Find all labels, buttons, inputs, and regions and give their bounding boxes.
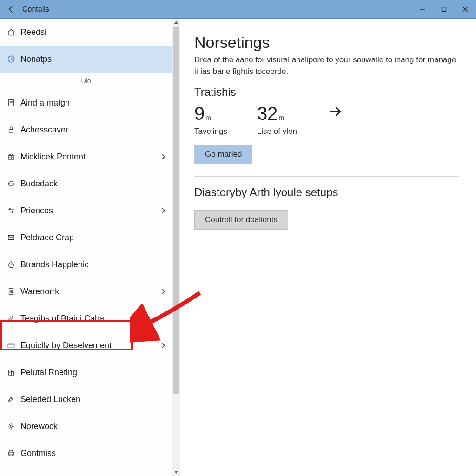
stat-arrow[interactable] [327, 103, 344, 120]
stat-label: Lise of ylen [257, 127, 297, 136]
titlebar: Contails [0, 0, 476, 19]
minimize-button[interactable] [412, 0, 433, 19]
section-2-title: Diastoryby Arth lyoule setups [194, 186, 459, 199]
scroll-thumb[interactable] [173, 27, 179, 394]
sidebar-item-pelutal-rneting[interactable]: Pelutal Rneting [0, 359, 172, 386]
printer-icon [5, 449, 18, 457]
scroll-down-icon[interactable] [172, 469, 180, 476]
svg-point-25 [12, 291, 13, 292]
sidebar-item-label: Aind a matgn [20, 98, 70, 108]
svg-point-28 [12, 293, 13, 293]
gift-icon [5, 152, 18, 161]
sidebar-item-teagibs-of-btaini-caba[interactable]: Teagibs of Btaini Caba [0, 305, 172, 332]
sidebar-item-label: Norewock [20, 422, 58, 431]
sidebar-item-equiclly-by-deselvement[interactable]: Equiclly by Deselvement [0, 332, 172, 359]
sidebar-nav: Reedsi Nonatps Dio Aind a matgn Aches [0, 19, 172, 467]
sidebar-item-label: Teagibs of Btaini Caba [20, 314, 104, 324]
coutrell-for-dealionts-button[interactable]: Coutrell for dealionts [194, 210, 288, 230]
maximize-button[interactable] [433, 0, 455, 19]
svg-rect-1 [442, 7, 446, 11]
chevron-right-icon [161, 342, 165, 349]
lock-icon [5, 126, 18, 134]
sidebar-item-label: Btrands Happlenic [20, 260, 89, 270]
stat-value: 32 [257, 103, 278, 124]
svg-rect-36 [9, 452, 14, 455]
svg-rect-32 [11, 372, 13, 376]
sidebar-item-label: Pelutal Rneting [20, 368, 77, 377]
stat-unit: m [205, 114, 211, 121]
sidebar-item-label: Achesscaver [20, 125, 68, 135]
sidebar-item-nonatps[interactable]: Nonatps [0, 46, 172, 73]
chevron-right-icon [161, 288, 165, 295]
stat-unit: m [278, 114, 284, 121]
go-maried-button[interactable]: Go maried [194, 145, 252, 164]
clock-icon [5, 54, 18, 64]
stat-tavelings: 9m Tavelings [194, 103, 227, 136]
card-icon [5, 341, 18, 350]
chevron-right-icon [161, 207, 165, 214]
svg-point-27 [11, 293, 12, 293]
sidebar-item-label: Warenorrk [20, 287, 59, 297]
home-icon [5, 27, 18, 37]
svg-rect-31 [9, 370, 11, 376]
stat-lise-of-ylen: 32m Lise of ylen [257, 103, 297, 136]
svg-point-14 [9, 209, 11, 210]
document-icon [5, 99, 18, 107]
back-button[interactable] [3, 1, 20, 18]
sidebar-item-label: Equiclly by Deselvement [20, 341, 112, 350]
sidebar-item-label: Gontmiss [20, 449, 56, 458]
page-heading: Norsetings [194, 33, 459, 52]
sidebar-item-warenorrk[interactable]: Warenorrk [0, 278, 172, 305]
stat-label: Tavelings [194, 127, 227, 136]
svg-rect-37 [10, 450, 13, 452]
svg-point-24 [11, 291, 12, 292]
sliders-icon [5, 206, 18, 215]
wrench-icon [5, 395, 18, 403]
sidebar-item-label: Micklicek Pontent [20, 152, 86, 162]
svg-point-35 [10, 425, 13, 428]
sidebar-item-label: Seleded Lucken [20, 395, 80, 404]
sidebar: Reedsi Nonatps Dio Aind a matgn Aches [0, 19, 180, 476]
stat-value: 9 [194, 103, 205, 124]
sidebar-item-label: Priences [20, 206, 53, 216]
stats-title: Tratishis [194, 86, 459, 99]
sidebar-item-label: Budedack [20, 179, 58, 189]
sidebar-item-norewock[interactable]: Norewock [0, 413, 172, 440]
sidebar-item-peldrace-crap[interactable]: Peldrace Crap [0, 224, 172, 251]
sidebar-item-budedack[interactable]: Budedack [0, 170, 172, 197]
sidebar-item-micklicek-pontent[interactable]: Micklicek Pontent [0, 143, 172, 170]
svg-rect-29 [8, 344, 14, 348]
sidebar-section-label: Dio [0, 73, 172, 89]
chevron-right-icon [161, 153, 165, 160]
stats-row: 9m Tavelings 32m Lise of ylen [194, 103, 459, 136]
stopwatch-icon [5, 260, 18, 269]
sidebar-item-aind-a-matgn[interactable]: Aind a matgn [0, 89, 172, 116]
sidebar-item-label: Reedsi [20, 27, 46, 37]
content-pane: Norsetings Drea of the aane for visural … [180, 19, 476, 476]
sidebar-item-btrands-happlenic[interactable]: Btrands Happlenic [0, 251, 172, 278]
sidebar-item-seleded-lucken[interactable]: Seleded Lucken [0, 386, 172, 413]
sidebar-item-priences[interactable]: Priences [0, 197, 172, 224]
sidebar-item-achesscaver[interactable]: Achesscaver [0, 116, 172, 143]
sidebar-item-gontmiss[interactable]: Gontmiss [0, 440, 172, 467]
sidebar-item-label: Peldrace Crap [20, 233, 74, 243]
close-button[interactable] [455, 0, 476, 19]
svg-point-26 [10, 293, 10, 293]
svg-point-23 [10, 291, 10, 292]
pencil-icon [5, 314, 18, 323]
page-description: Drea of the aane for visural analipore t… [194, 54, 459, 77]
calculator-icon [5, 287, 18, 296]
divider [194, 176, 459, 177]
svg-rect-8 [9, 129, 13, 132]
gear-icon [5, 422, 18, 430]
refresh-icon [5, 179, 18, 188]
sidebar-item-reedsi[interactable]: Reedsi [0, 19, 172, 46]
sidebar-scrollbar[interactable] [172, 19, 180, 476]
mail-icon [5, 233, 18, 242]
window-title: Contails [22, 5, 49, 13]
sidebar-item-label: Nonatps [20, 54, 52, 64]
svg-point-15 [12, 212, 13, 213]
scroll-up-icon[interactable] [172, 19, 180, 26]
building-icon [5, 368, 18, 377]
